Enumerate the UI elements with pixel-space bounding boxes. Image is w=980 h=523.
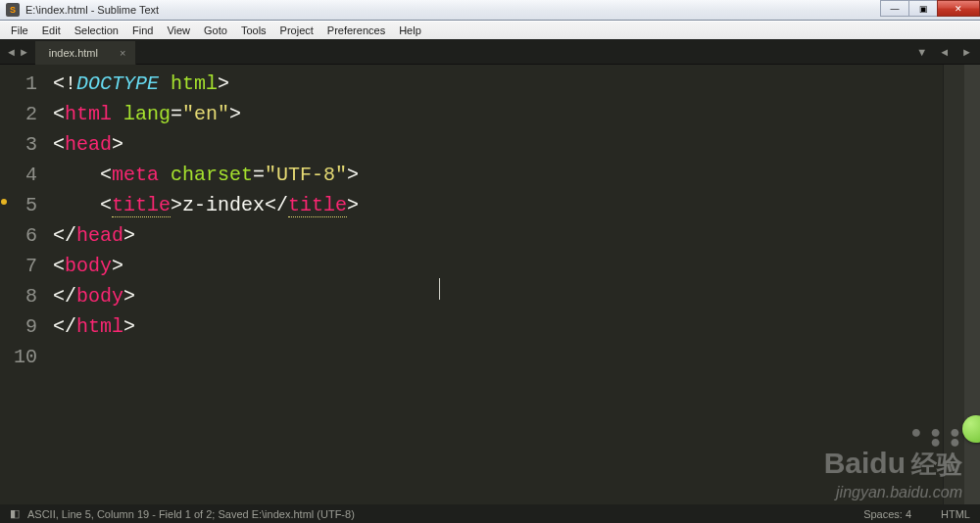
menu-help[interactable]: Help [392, 23, 428, 38]
menu-edit[interactable]: Edit [35, 23, 68, 38]
line-number: 5 [8, 190, 37, 220]
menu-selection[interactable]: Selection [68, 23, 125, 38]
split-right-icon[interactable]: ► [961, 46, 972, 58]
code-line[interactable]: </head> [47, 220, 943, 251]
tabs-dropdown-icon[interactable]: ▼ [916, 46, 927, 58]
modified-line-marker [1, 199, 7, 205]
code-line[interactable]: </html> [47, 311, 943, 342]
code-line[interactable]: <head> [47, 129, 943, 160]
history-back-icon[interactable]: ◄ [6, 46, 17, 58]
line-number-gutter: 12345678910 [8, 65, 47, 504]
status-bar: ◧ ASCII, Line 5, Column 19 - Field 1 of … [0, 504, 980, 523]
menu-project[interactable]: Project [273, 23, 320, 38]
line-number: 2 [8, 99, 37, 129]
code-line[interactable]: <!DOCTYPE html> [47, 69, 943, 99]
menu-preferences[interactable]: Preferences [320, 23, 392, 38]
line-number: 1 [8, 69, 37, 99]
window-titlebar: S E:\index.html - Sublime Text — ▣ ✕ [0, 0, 980, 21]
close-button[interactable]: ✕ [937, 0, 980, 17]
text-cursor [439, 278, 440, 300]
code-line[interactable]: <html lang="en"> [47, 99, 943, 129]
code-line[interactable]: <body> [47, 251, 943, 281]
maximize-button[interactable]: ▣ [908, 0, 938, 17]
line-number: 6 [8, 220, 37, 251]
window-controls: — ▣ ✕ [881, 0, 980, 20]
menu-find[interactable]: Find [125, 23, 160, 38]
minimap[interactable] [943, 65, 964, 504]
status-left: ASCII, Line 5, Column 19 - Field 1 of 2;… [27, 508, 355, 520]
history-forward-icon[interactable]: ► [19, 46, 29, 58]
line-number: 8 [8, 281, 37, 311]
menu-bar: FileEditSelectionFindViewGotoToolsProjec… [0, 21, 980, 39]
status-syntax[interactable]: HTML [941, 508, 970, 520]
split-left-icon[interactable]: ◄ [939, 46, 950, 58]
gutter-marks [0, 65, 8, 504]
window-title: E:\index.html - Sublime Text [25, 4, 881, 16]
line-number: 7 [8, 251, 37, 281]
line-number: 3 [8, 129, 37, 160]
app-icon: S [6, 3, 20, 17]
code-area[interactable]: <!DOCTYPE html><html lang="en"><head> <m… [47, 65, 943, 504]
tab-index-html[interactable]: index.html × [35, 41, 137, 65]
status-spaces[interactable]: Spaces: 4 [863, 508, 911, 520]
minimize-button[interactable]: — [880, 0, 909, 17]
line-number: 4 [8, 160, 37, 190]
tab-close-icon[interactable]: × [120, 47, 125, 59]
line-number: 9 [8, 311, 37, 342]
code-line[interactable]: </body> [47, 281, 943, 311]
menu-goto[interactable]: Goto [197, 23, 234, 38]
tab-label: index.html [49, 47, 98, 59]
menu-file[interactable]: File [4, 23, 35, 38]
status-console-icon[interactable]: ◧ [10, 507, 20, 520]
tab-bar: ◄ ► index.html × ▼ ◄ ► [0, 39, 980, 65]
line-number: 10 [8, 342, 37, 372]
editor: 12345678910 <!DOCTYPE html><html lang="e… [0, 65, 980, 504]
code-line[interactable]: <title>z-index</title> [47, 190, 943, 220]
menu-tools[interactable]: Tools [234, 23, 273, 38]
code-line[interactable]: <meta charset="UTF-8"> [47, 160, 943, 190]
menu-view[interactable]: View [160, 23, 197, 38]
